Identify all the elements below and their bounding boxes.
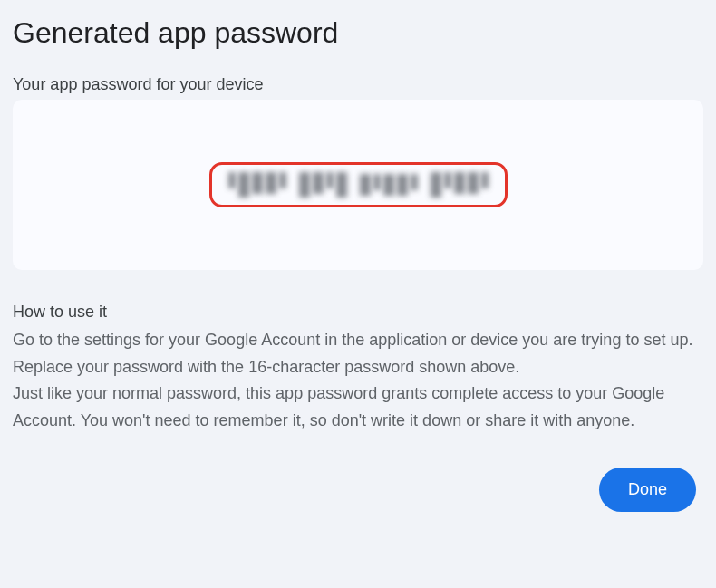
password-group-3: [360, 174, 418, 196]
done-button[interactable]: Done: [599, 468, 696, 512]
page-title: Generated app password: [13, 16, 703, 50]
password-display-box: [13, 100, 703, 270]
howto-paragraph-2: Just like your normal password, this app…: [13, 381, 703, 434]
button-row: Done: [13, 468, 703, 512]
howto-paragraph-1: Go to the settings for your Google Accou…: [13, 327, 703, 381]
password-group-4: [431, 172, 489, 198]
password-group-2: [299, 172, 347, 198]
howto-heading: How to use it: [13, 303, 703, 322]
password-group-1: [228, 172, 286, 198]
password-subtitle: Your app password for your device: [13, 75, 703, 94]
password-highlight-frame: [209, 162, 508, 207]
